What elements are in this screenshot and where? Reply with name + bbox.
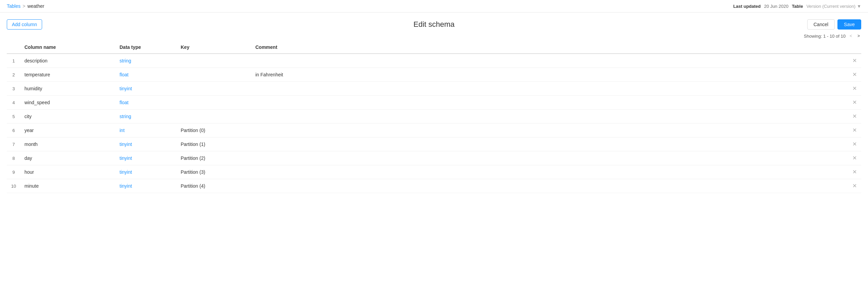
row-data-type[interactable]: float <box>115 68 177 82</box>
row-num: 1 <box>7 54 20 68</box>
table-row: 8 day tinyint Partition (2) ✕ <box>7 151 861 165</box>
remove-row-button[interactable]: ✕ <box>852 155 857 161</box>
row-data-type[interactable]: tinyint <box>115 82 177 96</box>
cancel-button[interactable]: Cancel <box>807 19 835 30</box>
row-data-type[interactable]: tinyint <box>115 151 177 165</box>
table-row: 4 wind_speed float ✕ <box>7 96 861 110</box>
table-row: 3 humidity tinyint ✕ <box>7 82 861 96</box>
col-header-comment: Comment <box>251 41 848 54</box>
version-dropdown[interactable]: Version (Current version) ▼ <box>807 4 861 9</box>
row-comment <box>251 165 848 179</box>
col-header-column-name: Column name <box>20 41 115 54</box>
row-remove-cell: ✕ <box>848 137 861 151</box>
header-right: Cancel Save <box>576 19 861 30</box>
row-num: 3 <box>7 82 20 96</box>
header-left: Add column <box>7 19 292 30</box>
top-bar-right: Last updated 20 Jun 2020 Table Version (… <box>733 4 861 9</box>
row-remove-cell: ✕ <box>848 82 861 96</box>
row-key: Partition (1) <box>177 137 251 151</box>
remove-row-button[interactable]: ✕ <box>852 100 857 105</box>
row-remove-cell: ✕ <box>848 124 861 137</box>
row-data-type[interactable]: int <box>115 124 177 137</box>
row-key <box>177 96 251 110</box>
row-num: 4 <box>7 96 20 110</box>
header-row: Add column Edit schema Cancel Save <box>7 19 861 30</box>
remove-row-button[interactable]: ✕ <box>852 128 857 133</box>
remove-row-button[interactable]: ✕ <box>852 58 857 63</box>
row-comment <box>251 82 848 96</box>
table-header-row: Column name Data type Key Comment <box>7 41 861 54</box>
row-data-type[interactable]: string <box>115 110 177 124</box>
row-num: 10 <box>7 179 20 193</box>
remove-row-button[interactable]: ✕ <box>852 142 857 147</box>
row-comment <box>251 137 848 151</box>
col-header-action <box>848 41 861 54</box>
table-row: 6 year int Partition (0) ✕ <box>7 124 861 137</box>
row-comment <box>251 110 848 124</box>
row-column-name: description <box>20 54 115 68</box>
row-comment: in Fahrenheit <box>251 68 848 82</box>
row-column-name: hour <box>20 165 115 179</box>
row-column-name: wind_speed <box>20 96 115 110</box>
row-data-type[interactable]: float <box>115 96 177 110</box>
row-remove-cell: ✕ <box>848 110 861 124</box>
pagination-showing: Showing: 1 - 10 of 10 <box>804 34 846 39</box>
row-column-name: city <box>20 110 115 124</box>
row-data-type[interactable]: string <box>115 54 177 68</box>
row-key: Partition (3) <box>177 165 251 179</box>
row-num: 2 <box>7 68 20 82</box>
row-column-name: year <box>20 124 115 137</box>
row-num: 6 <box>7 124 20 137</box>
row-column-name: temperature <box>20 68 115 82</box>
row-column-name: month <box>20 137 115 151</box>
last-updated-label: Last updated <box>733 4 761 9</box>
row-key: Partition (0) <box>177 124 251 137</box>
row-remove-cell: ✕ <box>848 54 861 68</box>
row-num: 5 <box>7 110 20 124</box>
table-row: 1 description string ✕ <box>7 54 861 68</box>
last-updated-value: 20 Jun 2020 <box>764 4 789 9</box>
row-data-type[interactable]: tinyint <box>115 137 177 151</box>
table-row: 5 city string ✕ <box>7 110 861 124</box>
remove-row-button[interactable]: ✕ <box>852 114 857 119</box>
row-num: 9 <box>7 165 20 179</box>
row-num: 7 <box>7 137 20 151</box>
remove-row-button[interactable]: ✕ <box>852 169 857 175</box>
row-data-type[interactable]: tinyint <box>115 179 177 193</box>
row-remove-cell: ✕ <box>848 151 861 165</box>
remove-row-button[interactable]: ✕ <box>852 86 857 91</box>
breadcrumb: Tables > weather <box>7 3 44 9</box>
row-key <box>177 68 251 82</box>
breadcrumb-tables-link[interactable]: Tables <box>7 3 20 9</box>
table-row: 10 minute tinyint Partition (4) ✕ <box>7 179 861 193</box>
row-key <box>177 82 251 96</box>
col-header-num <box>7 41 20 54</box>
row-key: Partition (4) <box>177 179 251 193</box>
row-key <box>177 54 251 68</box>
breadcrumb-current: weather <box>28 3 44 9</box>
row-comment <box>251 96 848 110</box>
row-comment <box>251 54 848 68</box>
row-remove-cell: ✕ <box>848 96 861 110</box>
pagination-row: Showing: 1 - 10 of 10 < > <box>7 33 861 39</box>
add-column-button[interactable]: Add column <box>7 19 42 30</box>
row-data-type[interactable]: tinyint <box>115 165 177 179</box>
remove-row-button[interactable]: ✕ <box>852 183 857 189</box>
page-title: Edit schema <box>413 20 454 29</box>
col-header-data-type: Data type <box>115 41 177 54</box>
version-arrow-icon: ▼ <box>857 4 861 9</box>
save-button[interactable]: Save <box>837 19 861 30</box>
top-bar: Tables > weather Last updated 20 Jun 202… <box>0 0 868 13</box>
row-remove-cell: ✕ <box>848 165 861 179</box>
pagination-prev-button[interactable]: < <box>848 33 853 39</box>
header-center: Edit schema <box>292 20 577 29</box>
pagination-next-button[interactable]: > <box>856 33 861 39</box>
row-column-name: humidity <box>20 82 115 96</box>
row-comment <box>251 179 848 193</box>
table-row: 9 hour tinyint Partition (3) ✕ <box>7 165 861 179</box>
col-header-key: Key <box>177 41 251 54</box>
table-label: Table <box>792 4 803 9</box>
row-column-name: day <box>20 151 115 165</box>
row-column-name: minute <box>20 179 115 193</box>
remove-row-button[interactable]: ✕ <box>852 72 857 77</box>
